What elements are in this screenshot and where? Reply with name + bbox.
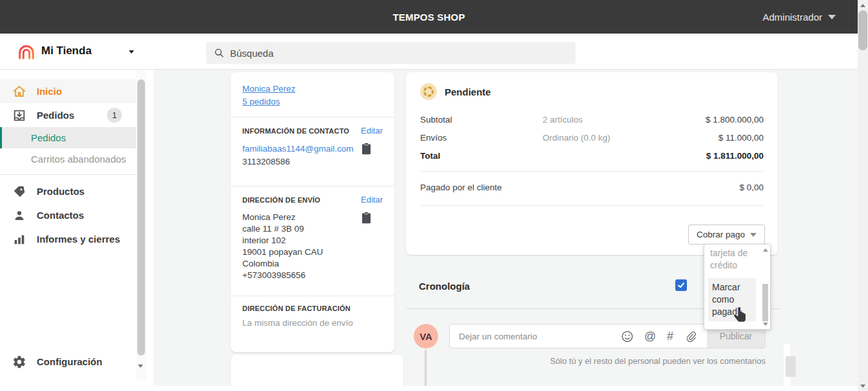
- orders-count-badge: 1: [107, 108, 122, 123]
- mouse-cursor-hand: [732, 306, 749, 325]
- divider: [231, 117, 394, 117]
- copy-clipboard-icon[interactable]: [362, 212, 371, 224]
- sidebar: Inicio Pedidos 1 Pedidos Carritos abando…: [0, 70, 147, 381]
- customer-email-link[interactable]: familiabaas1144@gmail.com: [242, 144, 354, 154]
- sidebar-subitem-pedidos[interactable]: Pedidos: [0, 127, 136, 148]
- dropdown-scrollbar[interactable]: [761, 245, 769, 328]
- scroll-down-icon[interactable]: [138, 368, 143, 379]
- search-input[interactable]: [230, 48, 539, 59]
- inner-scrollbar-thumb[interactable]: [786, 356, 796, 377]
- admin-menu-label: Administrador: [762, 12, 822, 23]
- page-scrollbar[interactable]: [858, 0, 868, 391]
- paid-label: Pagado por el cliente: [420, 183, 739, 192]
- billing-section-title: DIRECCIÓN DE FACTURACIÓN: [242, 305, 351, 312]
- sidebar-item-contactos[interactable]: Contactos: [0, 203, 136, 227]
- shipping-section-title: DIRECCIÓN DE ENVÍO: [242, 196, 320, 204]
- page-scroll-thumb[interactable]: [858, 10, 867, 50]
- attachment-paperclip-icon[interactable]: [684, 330, 697, 343]
- customer-phone: 3113208586: [242, 155, 383, 168]
- topbar: TEMPOS SHOP Administrador: [0, 0, 858, 34]
- sidebar-item-pedidos[interactable]: Pedidos 1: [0, 103, 136, 127]
- row-amount: $ 1.800.000,00: [706, 115, 764, 125]
- sidebar-item-productos[interactable]: Productos: [0, 179, 136, 203]
- bar-chart-icon: [12, 232, 27, 247]
- sidebar-item-inicio[interactable]: Inicio: [0, 79, 136, 103]
- emoji-icon[interactable]: [621, 330, 633, 343]
- sidebar-item-label: Inicio: [37, 86, 62, 97]
- sidebar-subitem-label: Carritos abandonados: [31, 154, 126, 165]
- chevron-down-icon: [750, 233, 757, 237]
- hashtag-icon[interactable]: #: [667, 330, 673, 342]
- scroll-down-icon[interactable]: [858, 381, 868, 391]
- sidebar-item-label: Productos: [37, 186, 84, 197]
- app-title: TEMPOS SHOP: [392, 12, 465, 23]
- shipping-address-line: 19001 popayan CAU: [242, 246, 383, 258]
- mention-at-icon[interactable]: @: [644, 330, 656, 342]
- comments-visibility-note: Sólo tú y el resto del personal pueden v…: [449, 356, 766, 366]
- shipping-address-line: interior 102: [242, 235, 383, 246]
- row-label: Subtotal: [420, 115, 543, 125]
- payment-row-envios: Envíos Ordinario (0.0 kg) $ 11.000,00: [420, 128, 764, 146]
- collect-payment-label: Cobrar pago: [697, 230, 745, 239]
- sidebar-item-label: Informes y cierres: [37, 234, 120, 245]
- person-icon: [12, 208, 27, 223]
- edit-contact-link[interactable]: Editar: [361, 126, 383, 135]
- edit-shipping-link[interactable]: Editar: [361, 195, 383, 205]
- sidebar-item-label: Configuración: [37, 356, 102, 367]
- comment-input[interactable]: [450, 332, 621, 341]
- store-name[interactable]: Mi Tienda: [41, 45, 92, 57]
- divider: [420, 171, 764, 172]
- payment-row-paid: Pagado por el cliente $ 0,00: [420, 178, 764, 196]
- row-label: Total: [420, 151, 543, 161]
- customer-name-link[interactable]: Monica Perez: [242, 84, 296, 94]
- dropdown-scroll-thumb[interactable]: [762, 284, 768, 321]
- next-card-stub: [231, 355, 403, 386]
- sidebar-divider: [0, 174, 136, 175]
- sidebar-subitem-carritos[interactable]: Carritos abandonados: [0, 148, 136, 170]
- payment-row-total: Total $ 1.811.000,00: [420, 146, 764, 165]
- shipping-address-line: Colombia: [242, 258, 383, 270]
- scroll-up-icon[interactable]: [762, 246, 769, 253]
- sidebar-item-configuracion[interactable]: Configuración: [0, 350, 136, 374]
- scroll-down-icon[interactable]: [762, 321, 769, 327]
- store-logo-icon: [17, 42, 36, 61]
- home-icon: [12, 84, 27, 99]
- scroll-up-icon[interactable]: [858, 0, 868, 10]
- divider: [231, 186, 394, 186]
- copy-clipboard-icon[interactable]: [362, 143, 371, 155]
- store-chevron-down-icon[interactable]: [129, 50, 134, 54]
- contact-section-title: INFORMACIÓN DE CONTACTO: [242, 127, 349, 135]
- row-amount: $ 1.811.000,00: [706, 151, 764, 161]
- search-box[interactable]: [206, 42, 575, 64]
- paid-amount: $ 0,00: [739, 183, 764, 192]
- gear-icon: [12, 354, 27, 370]
- check-icon: [677, 281, 685, 289]
- sidebar-item-informes[interactable]: Informes y cierres: [0, 227, 136, 251]
- admin-menu[interactable]: Administrador: [762, 0, 836, 34]
- timeline-line: [425, 350, 427, 386]
- divider: [420, 205, 764, 206]
- sidebar-scrollbar[interactable]: [136, 70, 146, 381]
- collect-payment-button[interactable]: Cobrar pago: [688, 225, 765, 245]
- row-detail: Ordinario (0.0 kg): [543, 133, 719, 143]
- sidebar-scroll-thumb[interactable]: [137, 79, 145, 356]
- customer-orders-link[interactable]: 5 pedidos: [242, 97, 280, 106]
- orders-tray-icon: [12, 108, 27, 123]
- payment-row-subtotal: Subtotal 2 artículos $ 1.800.000,00: [420, 110, 764, 128]
- timeline-title: Cronología: [419, 281, 470, 292]
- sidebar-item-label: Pedidos: [37, 110, 74, 121]
- order-detail-page: TEMPOS SHOP Administrador Mi Tienda: [0, 0, 868, 391]
- pending-status-icon: [420, 83, 437, 100]
- show-comments-checkbox[interactable]: [675, 279, 687, 291]
- row-detail: 2 artículos: [543, 115, 706, 125]
- payment-status: Pendiente: [445, 86, 491, 97]
- dropdown-item-credit-card[interactable]: tarjeta de crédito: [710, 247, 753, 272]
- app-header: Mi Tienda: [0, 34, 858, 70]
- sidebar-item-label: Contactos: [37, 210, 84, 221]
- divider: [231, 296, 394, 296]
- billing-note: La misma dirección de envío: [242, 318, 383, 328]
- bottom-strip: [0, 386, 858, 391]
- chevron-down-icon: [828, 15, 836, 19]
- main-content: Monica Perez 5 pedidos INFORMACIÓN DE CO…: [153, 70, 858, 386]
- search-icon: [214, 48, 224, 58]
